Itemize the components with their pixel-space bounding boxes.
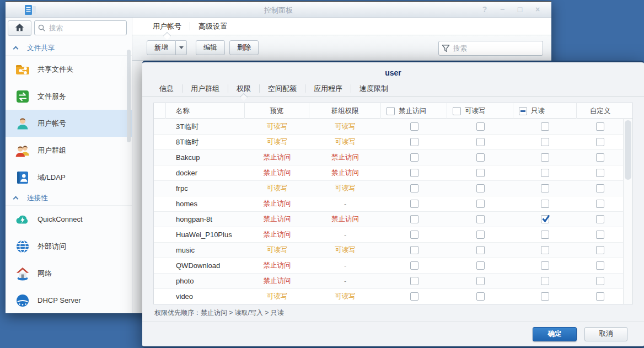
delete-button[interactable]: 删除 (229, 40, 259, 55)
read-only-checkbox[interactable] (541, 277, 549, 285)
dialog-tab-item[interactable]: 用户群组 (183, 81, 228, 97)
dialog-tab-item[interactable]: 信息 (151, 81, 182, 97)
help-button[interactable]: ? (480, 5, 490, 14)
header-checkbox-read-write[interactable] (453, 107, 461, 115)
sidebar-item-item[interactable]: 网络 (6, 260, 132, 287)
custom-checkbox[interactable] (596, 246, 604, 254)
no-access-checkbox[interactable] (410, 215, 418, 223)
table-row-bakcup[interactable]: Bakcup禁止访问禁止访问 (154, 150, 623, 165)
read-write-checkbox[interactable] (476, 231, 485, 239)
read-write-checkbox[interactable] (476, 261, 485, 270)
edit-button[interactable]: 编辑 (196, 40, 225, 55)
read-write-checkbox[interactable] (476, 138, 485, 146)
read-only-checkbox[interactable] (541, 292, 549, 301)
read-write-checkbox[interactable] (476, 153, 485, 162)
read-write-checkbox[interactable] (476, 184, 485, 192)
sidebar-item-ldap[interactable]: 域/LDAP (6, 164, 132, 191)
read-write-checkbox[interactable] (476, 215, 485, 223)
table-row-3t[interactable]: 3T临时可读写可读写 (154, 119, 623, 135)
custom-checkbox[interactable] (596, 153, 604, 162)
table-row-photo[interactable]: photo禁止访问- (154, 274, 623, 289)
table-row-8t[interactable]: 8T临时可读写可读写 (154, 135, 623, 150)
no-access-checkbox[interactable] (410, 122, 418, 131)
read-only-checkbox[interactable] (541, 200, 549, 208)
no-access-checkbox[interactable] (410, 292, 418, 301)
sidebar-item-item[interactable]: 文件服务 (6, 83, 132, 110)
sidebar-item-quickconnect[interactable]: QuickConnect (6, 206, 132, 233)
custom-checkbox[interactable] (596, 122, 604, 131)
custom-checkbox[interactable] (596, 261, 604, 270)
custom-checkbox[interactable] (596, 292, 604, 301)
custom-checkbox[interactable] (596, 215, 604, 223)
custom-checkbox[interactable] (596, 184, 604, 192)
table-scrollbar[interactable] (623, 119, 632, 304)
cancel-button[interactable]: 取消 (584, 327, 627, 341)
no-access-checkbox[interactable] (410, 231, 418, 239)
table-row-video[interactable]: video可读写可读写 (154, 289, 623, 304)
read-only-checkbox[interactable] (541, 122, 549, 131)
check-icon (541, 213, 551, 223)
read-write-checkbox[interactable] (476, 292, 485, 301)
no-access-checkbox[interactable] (410, 261, 418, 270)
table-row-homes[interactable]: homes禁止访问- (154, 196, 623, 212)
table-row-huawei-p10plus[interactable]: HuaWei_P10Plus禁止访问- (154, 227, 623, 243)
no-access-checkbox[interactable] (410, 153, 418, 162)
read-only-checkbox[interactable] (541, 261, 549, 270)
custom-checkbox[interactable] (596, 277, 604, 285)
table-row-music[interactable]: music可读写可读写 (154, 243, 623, 258)
no-access-checkbox[interactable] (410, 246, 418, 254)
sidebar-item-item[interactable]: 外部访问 (6, 233, 132, 260)
sidebar-category-item[interactable]: 文件共享 (6, 41, 132, 56)
header-checkbox-no-access[interactable] (387, 107, 395, 115)
custom-checkbox[interactable] (596, 169, 604, 177)
dialog-tab-item[interactable]: 空间配额 (260, 81, 305, 97)
read-write-checkbox[interactable] (476, 122, 485, 131)
sidebar-item-item[interactable]: 共享文件夹 (6, 56, 132, 83)
cell-read-only (513, 200, 577, 208)
sidebar-item-item[interactable]: 用户群组 (6, 137, 132, 164)
table-row-docker[interactable]: docker禁止访问禁止访问 (154, 165, 623, 181)
custom-checkbox[interactable] (596, 231, 604, 239)
read-only-checkbox[interactable] (541, 215, 549, 223)
read-only-checkbox[interactable] (541, 153, 549, 162)
maximize-button[interactable]: □ (515, 5, 525, 14)
sidebar-search-input[interactable] (34, 20, 127, 35)
close-button[interactable]: × (533, 5, 543, 14)
table-row-qwdownload[interactable]: QWDownload禁止访问- (154, 258, 623, 274)
read-only-checkbox[interactable] (541, 169, 549, 177)
minimize-button[interactable]: − (497, 5, 507, 14)
sidebar-item-item[interactable]: 用户帐号 (6, 110, 132, 137)
no-access-checkbox[interactable] (410, 200, 418, 208)
table-scrollbar-thumb[interactable] (625, 120, 631, 180)
dialog-tab-item[interactable]: 权限 (228, 81, 259, 97)
header-checkbox-read-only[interactable] (519, 107, 527, 115)
sidebar-category-item[interactable]: 连接性 (6, 191, 132, 206)
toolbar-search-input[interactable] (438, 41, 543, 56)
read-only-checkbox[interactable] (541, 246, 549, 254)
read-only-checkbox[interactable] (541, 138, 549, 146)
home-button[interactable] (8, 20, 31, 36)
add-dropdown-button[interactable] (176, 40, 187, 55)
no-access-checkbox[interactable] (410, 277, 418, 285)
tab-item[interactable]: 用户帐号 (144, 18, 190, 35)
read-write-checkbox[interactable] (476, 277, 485, 285)
no-access-checkbox[interactable] (410, 184, 418, 192)
no-access-checkbox[interactable] (410, 138, 418, 146)
tab-item[interactable]: 高级设置 (190, 18, 235, 35)
table-row-frpc[interactable]: frpc可读写可读写 (154, 181, 623, 196)
custom-checkbox[interactable] (596, 138, 604, 146)
read-only-checkbox[interactable] (541, 231, 549, 239)
ok-button[interactable]: 确定 (533, 327, 577, 341)
read-write-checkbox[interactable] (476, 169, 485, 177)
sidebar-item-dhcp-server[interactable]: DHCP Server (6, 287, 132, 313)
dialog-tab-item[interactable]: 应用程序 (305, 81, 351, 97)
read-write-checkbox[interactable] (476, 200, 485, 208)
no-access-checkbox[interactable] (410, 169, 418, 177)
add-button[interactable]: 新增 (147, 40, 176, 55)
read-only-checkbox[interactable] (541, 184, 549, 192)
custom-checkbox[interactable] (596, 200, 604, 208)
dialog-tab-item[interactable]: 速度限制 (351, 81, 396, 97)
read-write-checkbox[interactable] (476, 246, 485, 254)
sidebar-scrollbar[interactable] (127, 50, 131, 142)
table-row-hongpan-8t[interactable]: hongpan-8t禁止访问禁止访问 (154, 212, 623, 227)
